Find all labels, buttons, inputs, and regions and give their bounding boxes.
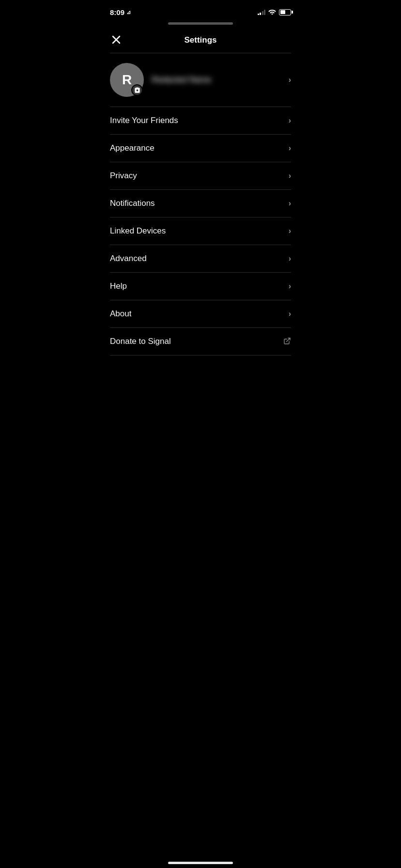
profile-name: Redacted Name: [152, 75, 211, 84]
menu-item-label-help: Help: [110, 281, 127, 291]
chevron-linked-devices: ›: [289, 227, 291, 235]
menu-item-appearance[interactable]: Appearance›: [100, 135, 301, 162]
status-icons: [258, 9, 292, 16]
menu-item-label-invite-friends: Invite Your Friends: [110, 116, 178, 125]
drag-indicator: [168, 22, 233, 25]
profile-info: Redacted Name: [152, 75, 289, 85]
chevron-privacy: ›: [289, 171, 291, 180]
external-link-icon-donate: [283, 337, 291, 346]
chevron-appearance: ›: [289, 144, 291, 153]
menu-item-label-about: About: [110, 309, 131, 319]
profile-chevron: ›: [289, 76, 291, 84]
menu-item-help[interactable]: Help›: [100, 273, 301, 300]
chevron-invite-friends: ›: [289, 116, 291, 125]
chevron-about: ›: [289, 310, 291, 318]
avatar-container: R: [110, 63, 144, 97]
menu-item-label-notifications: Notifications: [110, 199, 155, 208]
menu-item-about[interactable]: About›: [100, 300, 301, 327]
menu-item-notifications[interactable]: Notifications›: [100, 190, 301, 217]
settings-menu: Invite Your Friends›Appearance›Privacy›N…: [100, 107, 301, 356]
menu-item-label-donate: Donate to Signal: [110, 337, 171, 346]
menu-item-privacy[interactable]: Privacy›: [100, 162, 301, 189]
menu-item-label-appearance: Appearance: [110, 143, 154, 153]
menu-item-donate[interactable]: Donate to Signal: [100, 328, 301, 355]
divider-donate: [110, 355, 291, 356]
chevron-notifications: ›: [289, 199, 291, 208]
svg-line-0: [287, 338, 290, 341]
menu-item-label-privacy: Privacy: [110, 171, 137, 181]
status-time: 8:09 ⊿: [110, 8, 131, 16]
camera-icon: [134, 87, 140, 93]
menu-item-label-advanced: Advanced: [110, 254, 147, 264]
menu-item-label-linked-devices: Linked Devices: [110, 226, 166, 236]
status-bar: 8:09 ⊿: [100, 0, 301, 21]
menu-item-invite-friends[interactable]: Invite Your Friends›: [100, 107, 301, 134]
signal-bars-icon: [258, 9, 266, 15]
chevron-advanced: ›: [289, 254, 291, 263]
camera-badge: [131, 84, 143, 96]
battery-icon: [279, 9, 291, 16]
settings-header: Settings: [100, 28, 301, 53]
chevron-help: ›: [289, 282, 291, 291]
menu-item-advanced[interactable]: Advanced›: [100, 245, 301, 272]
page-title: Settings: [184, 35, 216, 45]
location-icon: ⊿: [126, 9, 131, 16]
wifi-icon: [268, 9, 276, 16]
menu-item-linked-devices[interactable]: Linked Devices›: [100, 217, 301, 245]
close-button[interactable]: [110, 33, 123, 47]
time-display: 8:09: [110, 8, 124, 16]
avatar-initial: R: [122, 72, 132, 88]
profile-row[interactable]: R Redacted Name ›: [100, 53, 301, 107]
